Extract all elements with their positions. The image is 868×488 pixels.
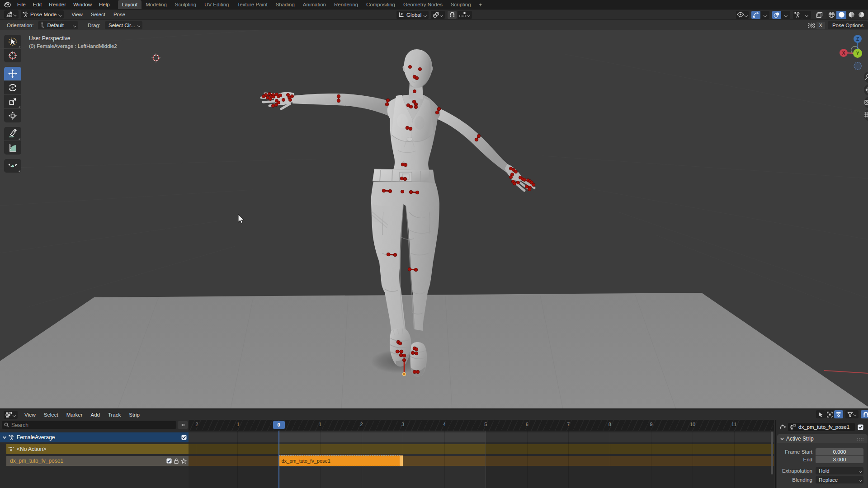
workspace-tab-sculpting[interactable]: Sculpting xyxy=(171,0,200,9)
show-gizmo-toggle[interactable] xyxy=(751,11,760,19)
pose-xray-chevron-button[interactable] xyxy=(802,11,811,19)
channel-track-row[interactable]: dx_pm_tuto_fv_pose1 xyxy=(6,456,189,466)
channel-search-input[interactable]: Search xyxy=(2,421,176,429)
pose-marker[interactable] xyxy=(532,183,535,186)
pose-marker[interactable] xyxy=(269,97,272,100)
workspace-tab-animation[interactable]: Animation xyxy=(299,0,330,9)
pose-marker[interactable] xyxy=(401,190,404,193)
pose-marker[interactable] xyxy=(525,185,528,188)
pose-marker[interactable] xyxy=(393,253,397,257)
pose-marker[interactable] xyxy=(337,99,340,103)
pose-marker[interactable] xyxy=(413,370,416,374)
pose-marker[interactable] xyxy=(400,350,403,353)
show-markers-toggle[interactable] xyxy=(834,410,843,418)
mode-selector[interactable]: Pose Mode xyxy=(21,10,64,19)
topbar-menu-help[interactable]: Help xyxy=(95,0,113,9)
pose-marker[interactable] xyxy=(400,177,404,180)
bone-tail-dot[interactable] xyxy=(403,373,406,376)
end-value-field[interactable]: 3.000 xyxy=(816,456,863,463)
nla-menu-marker[interactable]: Marker xyxy=(62,412,87,418)
auto-snap-toggle[interactable] xyxy=(861,410,868,418)
show-overlays-toggle[interactable] xyxy=(772,11,781,19)
nla-ruler[interactable]: -2-112345678910110 xyxy=(189,420,774,431)
pose-marker[interactable] xyxy=(523,178,526,181)
track-solo-star-icon[interactable] xyxy=(181,458,187,464)
shading-material-preview-button[interactable] xyxy=(846,11,856,19)
pose-marker[interactable] xyxy=(398,342,402,345)
mirror-x-toggle[interactable]: X xyxy=(816,22,825,29)
viewport-menu-select[interactable]: Select xyxy=(87,12,109,17)
pose-marker[interactable] xyxy=(418,67,421,70)
workspace-tab-uv-editing[interactable]: UV Editing xyxy=(200,0,233,9)
pose-marker[interactable] xyxy=(475,138,478,141)
frame-start-value-field[interactable]: 0.000 xyxy=(816,448,863,455)
nla-menu-strip[interactable]: Strip xyxy=(125,412,144,418)
blender-logo-icon[interactable] xyxy=(0,1,14,8)
orientation-dropdown[interactable]: Default xyxy=(38,21,78,29)
move-tool-button[interactable] xyxy=(4,67,21,80)
nla-menu-track[interactable]: Track xyxy=(104,412,125,418)
render-preview-button[interactable] xyxy=(815,11,824,19)
pose-marker[interactable] xyxy=(402,354,406,357)
viewport-menu-pose[interactable]: Pose xyxy=(109,12,129,17)
filter-dropdown[interactable] xyxy=(845,410,859,418)
current-frame-indicator[interactable]: 0 xyxy=(273,421,285,429)
pose-marker[interactable] xyxy=(409,127,412,131)
viewport-3d[interactable]: X Z Y User Perspective ( xyxy=(0,30,868,408)
track-unlock-icon[interactable] xyxy=(174,458,179,464)
editor-type-button[interactable] xyxy=(4,10,19,19)
pose-marker[interactable] xyxy=(413,89,416,93)
expand-channels-button[interactable] xyxy=(178,421,188,429)
animate-property-icon[interactable] xyxy=(779,424,786,430)
workspace-tab-layout[interactable]: Layout xyxy=(118,0,142,9)
xray-pose-button[interactable] xyxy=(793,11,802,19)
object-enable-checkbox[interactable] xyxy=(181,435,187,440)
pose-marker[interactable] xyxy=(415,76,419,80)
pose-marker[interactable] xyxy=(385,103,389,106)
nla-strip[interactable]: dx_pm_tuto_fv_pose1 xyxy=(279,455,403,466)
extrapolation-dropdown[interactable]: Hold xyxy=(816,467,863,474)
nla-vertical-scrollbar[interactable] xyxy=(771,432,773,474)
pose-marker[interactable] xyxy=(414,105,417,108)
cursor-tool-button[interactable] xyxy=(4,49,21,62)
pose-marker[interactable] xyxy=(278,94,282,97)
pose-marker[interactable] xyxy=(408,267,411,271)
topbar-menu-render[interactable]: Render xyxy=(45,0,70,9)
workspace-tab-texture-paint[interactable]: Texture Paint xyxy=(233,0,272,9)
pose-marker[interactable] xyxy=(435,111,439,114)
transform-orientation-dropdown[interactable]: Global xyxy=(396,11,429,19)
pose-marker[interactable] xyxy=(396,350,399,353)
pose-marker[interactable] xyxy=(290,94,293,98)
pose-marker[interactable] xyxy=(513,182,516,185)
viewport-menu-view[interactable]: View xyxy=(67,12,87,17)
nla-timeline[interactable]: dx_pm_tuto_fv_pose1 xyxy=(189,431,774,488)
pose-marker[interactable] xyxy=(477,134,481,138)
workspace-tab-geometry-nodes[interactable]: Geometry Nodes xyxy=(399,0,447,9)
pose-marker[interactable] xyxy=(387,253,390,256)
workspace-tab-modeling[interactable]: Modeling xyxy=(142,0,171,9)
pose-marker[interactable] xyxy=(415,352,418,355)
workspace-tab-scripting[interactable]: Scripting xyxy=(447,0,475,9)
nla-menu-view[interactable]: View xyxy=(20,412,40,418)
topbar-menu-window[interactable]: Window xyxy=(70,0,95,9)
shading-rendered-button[interactable] xyxy=(856,11,866,19)
pose-marker[interactable] xyxy=(408,65,411,68)
pose-marker[interactable] xyxy=(406,126,409,130)
nla-editor-type-button[interactable] xyxy=(4,411,18,419)
pose-marker[interactable] xyxy=(271,104,274,107)
transform-tool-button[interactable] xyxy=(4,109,21,122)
workspace-tab-rendering[interactable]: Rendering xyxy=(330,0,362,9)
shading-solid-button[interactable] xyxy=(836,11,846,19)
measure-tool-button[interactable] xyxy=(4,141,21,155)
active-strip-panel-header[interactable]: Active Strip xyxy=(777,434,868,443)
annotate-tool-button[interactable] xyxy=(4,127,21,141)
playhead-line[interactable] xyxy=(278,431,279,488)
select-box-tool-button[interactable] xyxy=(4,35,21,48)
channel-action-row[interactable]: <No Action> xyxy=(6,444,189,454)
pose-marker[interactable] xyxy=(415,347,418,351)
pose-marker[interactable] xyxy=(416,370,420,374)
snap-toggle[interactable] xyxy=(448,11,457,19)
nla-menu-select[interactable]: Select xyxy=(40,412,62,418)
pose-marker[interactable] xyxy=(399,353,403,357)
snap-settings-dropdown[interactable] xyxy=(458,11,472,19)
